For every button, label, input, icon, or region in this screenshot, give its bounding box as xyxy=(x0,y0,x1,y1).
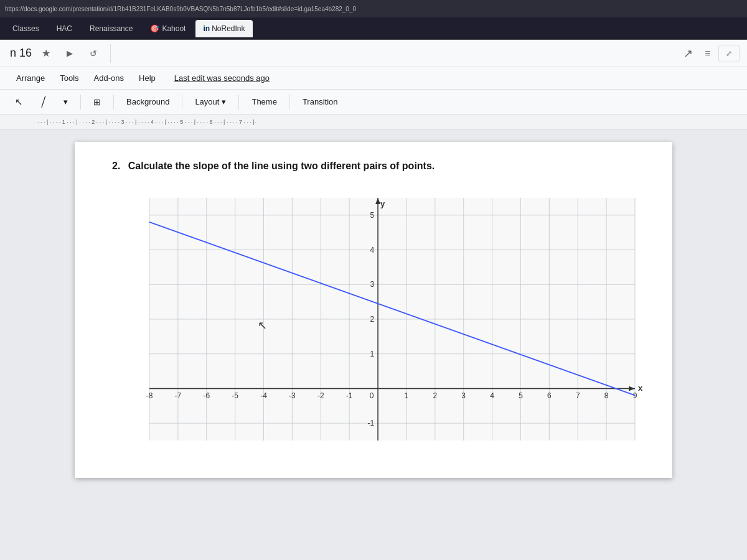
theme-button[interactable]: Theme xyxy=(244,93,284,111)
line-icon: ╲ xyxy=(37,96,49,108)
tab-noredink-icon: in xyxy=(203,24,210,33)
toolbar-divider-1 xyxy=(80,95,81,110)
tab-renaissance-label: Renaissance xyxy=(90,24,133,33)
layout-button[interactable]: Layout ▾ xyxy=(187,93,233,111)
toolbar-divider-5 xyxy=(289,95,290,110)
select-tool-button[interactable]: ↖ xyxy=(7,93,31,111)
layout-label: Layout xyxy=(195,97,219,106)
toolbar-divider-2 xyxy=(113,95,114,110)
tab-kahoot[interactable]: 🎯 Kahoot xyxy=(143,20,193,37)
tab-kahoot-icon: 🎯 xyxy=(150,24,159,33)
menu-tools-label: Tools xyxy=(60,73,78,83)
question-text: 2. Calculate the slope of the line using… xyxy=(112,161,435,172)
tab-noredink[interactable]: in NoRedInk xyxy=(195,20,252,37)
menu-arrange-label: Arrange xyxy=(16,73,45,83)
tab-noredink-label: NoRedInk xyxy=(212,24,245,33)
tab-classes[interactable]: Classes xyxy=(5,20,47,37)
slides-toolbar: ↖ ╲ ▾ ⊞ Background Layout ▾ Theme Transi… xyxy=(0,90,747,114)
star-icon: ★ xyxy=(42,47,50,59)
tab-classes-label: Classes xyxy=(12,24,39,33)
present-button[interactable]: ▶ xyxy=(60,44,79,63)
browser-url-bar: https://docs.google.com/presentation/d/1… xyxy=(0,0,747,17)
menu-addons[interactable]: Add-ons xyxy=(88,71,130,85)
presentation-title-area: n 16 ★ ▶ ↺ xyxy=(7,44,111,63)
theme-label: Theme xyxy=(251,97,276,106)
slide-canvas: 2. Calculate the slope of the line using… xyxy=(75,142,672,478)
top-toolbar: n 16 ★ ▶ ↺ ↗ ≡ ⤢ xyxy=(0,40,747,67)
ruler: · · · | · · · · 1 · · · | · · · · 2 · · … xyxy=(0,114,747,129)
coordinate-graph xyxy=(112,185,647,465)
tab-hac[interactable]: HAC xyxy=(49,20,80,37)
tab-hac-label: HAC xyxy=(57,24,72,33)
url-text: https://docs.google.com/presentation/d/1… xyxy=(5,6,356,12)
image-tool-button[interactable]: ⊞ xyxy=(86,93,108,111)
main-content: n 16 ★ ▶ ↺ ↗ ≡ ⤢ Arrange Tools xyxy=(0,40,747,560)
expand-button[interactable]: ⤢ xyxy=(718,45,740,62)
last-edit-status[interactable]: Last edit was seconds ago xyxy=(174,73,270,83)
question-number: 2. xyxy=(112,161,120,171)
layout-dropdown-icon: ▾ xyxy=(222,97,226,106)
menu-tools[interactable]: Tools xyxy=(54,71,85,85)
refresh-button[interactable]: ↺ xyxy=(84,44,103,63)
toolbar-divider-4 xyxy=(238,95,239,110)
tab-kahoot-label: Kahoot xyxy=(162,24,186,33)
line-dropdown-button[interactable]: ▾ xyxy=(56,93,75,111)
background-label: Background xyxy=(126,97,169,106)
menu-icon: ≡ xyxy=(705,48,710,59)
ruler-marks: · · · | · · · · 1 · · · | · · · · 2 · · … xyxy=(0,114,747,129)
present-icon: ▶ xyxy=(67,49,73,58)
expand-icon: ⤢ xyxy=(726,49,732,58)
menu-help-label: Help xyxy=(139,73,156,83)
graph-container xyxy=(112,185,647,465)
line-tool-button[interactable]: ╲ xyxy=(33,93,54,111)
background-button[interactable]: Background xyxy=(119,93,177,111)
slide-area[interactable]: 2. Calculate the slope of the line using… xyxy=(0,129,747,560)
menu-help[interactable]: Help xyxy=(133,71,162,85)
tab-renaissance[interactable]: Renaissance xyxy=(82,20,140,37)
arrow-icon: ↗ xyxy=(684,47,693,60)
star-button[interactable]: ★ xyxy=(37,44,55,63)
transition-label: Transition xyxy=(303,97,338,106)
menu-addons-label: Add-ons xyxy=(94,73,124,83)
image-icon: ⊞ xyxy=(93,97,101,107)
question-body: Calculate the slope of the line using tw… xyxy=(128,161,435,171)
menu-button[interactable]: ≡ xyxy=(698,44,717,63)
tab-bar: Classes HAC Renaissance 🎯 Kahoot in NoRe… xyxy=(0,17,747,40)
menu-bar: Arrange Tools Add-ons Help Last edit was… xyxy=(0,67,747,90)
refresh-icon: ↺ xyxy=(90,49,97,58)
presentation-title: n 16 xyxy=(10,47,32,60)
menu-arrange[interactable]: Arrange xyxy=(10,71,51,85)
transition-button[interactable]: Transition xyxy=(295,93,345,111)
select-icon: ↖ xyxy=(15,96,23,108)
line-dropdown-icon: ▾ xyxy=(63,97,68,106)
arrow-up-button[interactable]: ↗ xyxy=(679,44,697,63)
toolbar-divider-3 xyxy=(182,95,182,110)
